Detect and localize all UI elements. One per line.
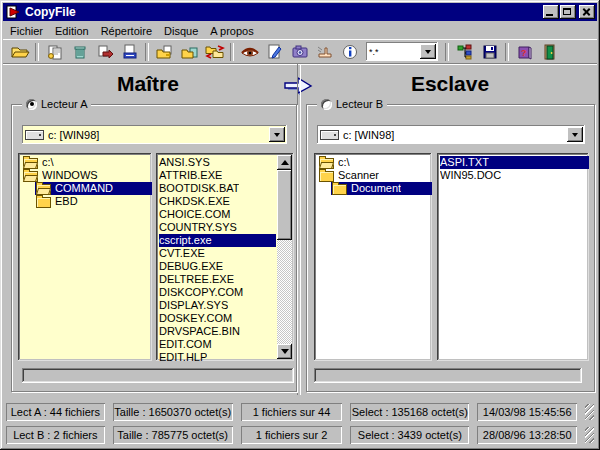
file-item[interactable]: DISKCOPY.COM bbox=[159, 286, 276, 299]
folder-open-icon bbox=[23, 171, 38, 182]
folder-delete-button[interactable] bbox=[177, 41, 202, 62]
master-panel: Lecteur A c: [WIN98] c:\WINDOWSCOMMANDEB… bbox=[11, 104, 297, 392]
info-button[interactable] bbox=[337, 41, 362, 62]
master-progress-bar bbox=[22, 368, 294, 383]
tree-item-content: c:\ bbox=[318, 156, 432, 169]
tree-item[interactable]: c:\ bbox=[317, 156, 432, 169]
file-copy-button[interactable] bbox=[42, 41, 67, 62]
minimize-button[interactable] bbox=[543, 5, 559, 19]
file-item[interactable]: BOOTDISK.BAT bbox=[159, 182, 276, 195]
file-item[interactable]: DOSKEY.COM bbox=[159, 312, 276, 325]
drag-drop-button[interactable] bbox=[312, 41, 337, 62]
arrow-down-icon bbox=[281, 349, 289, 358]
toolbar: *.* ? bbox=[3, 39, 597, 63]
slave-drive-dropdown-button[interactable] bbox=[567, 127, 583, 142]
tree-item[interactable]: c:\ bbox=[21, 156, 152, 169]
file-item[interactable]: DISPLAY.SYS bbox=[159, 299, 276, 312]
file-item[interactable]: WIN95.DOC bbox=[440, 169, 589, 182]
save-button[interactable] bbox=[477, 41, 502, 62]
open-folder-button[interactable] bbox=[7, 41, 32, 62]
slave-radio-button[interactable] bbox=[321, 99, 332, 110]
folder-open-icon bbox=[36, 184, 51, 195]
tree-item-label: COMMAND bbox=[55, 182, 113, 195]
tree-item-label: Scanner bbox=[338, 169, 379, 182]
tree-item[interactable]: EBD bbox=[21, 195, 152, 208]
file-item[interactable]: CHKDSK.EXE bbox=[159, 195, 276, 208]
tree-item[interactable]: Document bbox=[317, 182, 432, 195]
view-file-button[interactable] bbox=[237, 41, 262, 62]
file-item[interactable]: EDIT.COM bbox=[159, 338, 276, 351]
help-button[interactable]: ? bbox=[512, 41, 537, 62]
status-lectA-selected-count: 1 fichiers sur 44 bbox=[241, 403, 343, 421]
title-bar[interactable]: CopyFile bbox=[3, 3, 597, 21]
file-item[interactable]: DEBUG.EXE bbox=[159, 260, 276, 273]
file-item[interactable]: ANSI.SYS bbox=[159, 156, 276, 169]
maximize-button[interactable] bbox=[560, 5, 576, 19]
master-file-list-scrollbar[interactable] bbox=[277, 155, 292, 359]
file-label-button[interactable] bbox=[117, 41, 142, 62]
scroll-down-button[interactable] bbox=[277, 344, 292, 359]
edit-file-button[interactable] bbox=[262, 41, 287, 62]
info-icon bbox=[342, 44, 358, 60]
file-delete-button[interactable] bbox=[67, 41, 92, 62]
file-item[interactable]: ASPI.TXT bbox=[440, 156, 589, 169]
arrow-up-icon bbox=[281, 156, 289, 165]
file-item[interactable]: CHOICE.COM bbox=[159, 208, 276, 221]
menu-fichier[interactable]: Fichier bbox=[4, 24, 49, 38]
file-item[interactable]: DRVSPACE.BIN bbox=[159, 325, 276, 338]
file-item[interactable]: COUNTRY.SYS bbox=[159, 221, 276, 234]
tree-item-label: c:\ bbox=[42, 156, 54, 169]
file-move-button[interactable] bbox=[92, 41, 117, 62]
file-item-label: DOSKEY.COM bbox=[159, 312, 232, 325]
slave-progress-bar bbox=[314, 368, 582, 383]
file-item[interactable]: cscript.exe bbox=[159, 234, 276, 247]
tree-item-content: Scanner bbox=[318, 169, 432, 182]
folder-copy-button[interactable] bbox=[152, 41, 177, 62]
camera-button[interactable] bbox=[287, 41, 312, 62]
exit-door-icon bbox=[542, 44, 558, 60]
file-item-label: BOOTDISK.BAT bbox=[159, 182, 239, 195]
status-lectB-datetime: 28/08/96 13:28:50 bbox=[477, 426, 577, 444]
slave-drive-radio-group: Lecteur B bbox=[317, 98, 387, 110]
tree-item-content: COMMAND bbox=[35, 182, 152, 195]
menu-edition[interactable]: Edition bbox=[49, 24, 95, 38]
filter-combobox[interactable]: *.* bbox=[366, 42, 438, 61]
file-item-label: ATTRIB.EXE bbox=[159, 169, 222, 182]
exit-button[interactable] bbox=[537, 41, 562, 62]
menu-apropos[interactable]: A propos bbox=[204, 24, 259, 38]
master-drive-dropdown-button[interactable] bbox=[269, 127, 285, 142]
edit-page-icon bbox=[267, 44, 283, 60]
toolbar-separator bbox=[145, 43, 149, 61]
menu-disque[interactable]: Disque bbox=[158, 24, 204, 38]
tree-item[interactable]: COMMAND bbox=[21, 182, 152, 195]
master-radio-button[interactable] bbox=[26, 99, 37, 110]
status-lectA-datetime: 14/03/98 15:45:56 bbox=[477, 403, 577, 421]
file-item[interactable]: CVT.EXE bbox=[159, 247, 276, 260]
file-item-label: WIN95.DOC bbox=[440, 169, 501, 182]
master-file-list: ANSI.SYSATTRIB.EXEBOOTDISK.BATCHKDSK.EXE… bbox=[156, 153, 294, 361]
resize-grip-icon[interactable] bbox=[585, 427, 594, 443]
master-radio-label: Lecteur A bbox=[41, 98, 87, 110]
tree-item[interactable]: Scanner bbox=[317, 169, 432, 182]
file-item-label: ASPI.TXT bbox=[440, 156, 489, 169]
master-drive-combobox[interactable]: c: [WIN98] bbox=[22, 125, 287, 144]
folder-closed-icon bbox=[36, 197, 51, 208]
filter-dropdown-button[interactable] bbox=[420, 44, 436, 59]
tree-item-content: c:\ bbox=[22, 156, 152, 169]
status-lectB-selected-size: Select : 3439 octet(s) bbox=[350, 426, 469, 444]
close-button[interactable] bbox=[579, 5, 595, 19]
scrollbar-thumb[interactable] bbox=[277, 170, 292, 240]
file-item[interactable]: ATTRIB.EXE bbox=[159, 169, 276, 182]
file-item[interactable]: DELTREE.EXE bbox=[159, 273, 276, 286]
folder-exchange-button[interactable] bbox=[202, 41, 227, 62]
menu-repertoire[interactable]: Répertoire bbox=[95, 24, 158, 38]
file-item[interactable]: EDIT.HLP bbox=[159, 351, 276, 361]
tree-view-button[interactable] bbox=[452, 41, 477, 62]
svg-text:?: ? bbox=[521, 48, 527, 58]
tree-item-label: Document bbox=[351, 182, 401, 195]
slave-drive-value: c: [WIN98] bbox=[343, 129, 394, 141]
slave-drive-combobox[interactable]: c: [WIN98] bbox=[317, 125, 585, 144]
tree-item[interactable]: WINDOWS bbox=[21, 169, 152, 182]
file-item-label: DRVSPACE.BIN bbox=[159, 325, 240, 338]
scroll-up-button[interactable] bbox=[277, 155, 292, 170]
